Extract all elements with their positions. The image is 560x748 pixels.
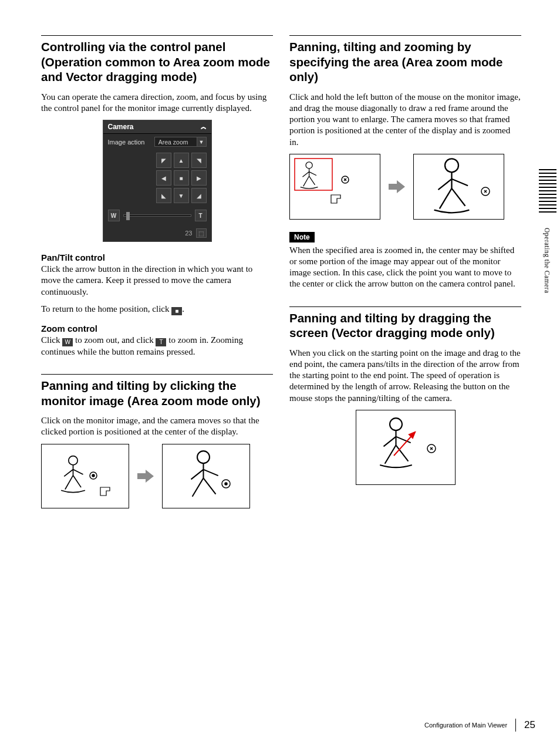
player-after-icon bbox=[163, 444, 249, 508]
sub-pan-tilt: Pan/Tilt control bbox=[41, 252, 273, 262]
diagram-click-to-center bbox=[41, 444, 273, 508]
right-column: Panning, tilting and zooming by specifyi… bbox=[289, 35, 521, 520]
zoom-slider[interactable] bbox=[123, 214, 191, 217]
arrow-right-icon bbox=[137, 470, 154, 483]
dpad-right[interactable]: ▶ bbox=[191, 170, 207, 186]
player-select-icon bbox=[290, 154, 380, 220]
svg-point-0 bbox=[69, 456, 77, 464]
zoom-in-button[interactable]: T bbox=[195, 210, 207, 221]
status-value: 23 bbox=[185, 230, 192, 237]
left-column: Controlling via the control panel (Opera… bbox=[41, 35, 273, 520]
dpad-up-left[interactable]: ◤ bbox=[156, 153, 171, 168]
svg-point-3 bbox=[197, 451, 210, 463]
svg-rect-6 bbox=[295, 159, 332, 190]
diagram-area-zoom bbox=[289, 154, 521, 220]
dropdown-arrow-icon[interactable]: ▼ bbox=[197, 137, 206, 146]
zoom-out-button[interactable]: W bbox=[108, 210, 120, 221]
para-home-position: To return to the home position, click ■. bbox=[41, 304, 273, 315]
dpad-home[interactable]: ■ bbox=[174, 170, 189, 186]
dpad-up-right[interactable]: ◥ bbox=[191, 153, 207, 168]
svg-point-11 bbox=[390, 418, 402, 430]
player-before-icon bbox=[42, 444, 129, 508]
para-click-monitor: Click on the monitor image, and the came… bbox=[41, 415, 273, 437]
dpad-up[interactable]: ▲ bbox=[174, 153, 189, 168]
diagram-vector-drag bbox=[356, 410, 456, 485]
page-footer: Configuration of Main Viewer 25 bbox=[424, 719, 535, 732]
heading-vector-drag: Panning and tilting by dragging the scre… bbox=[289, 311, 521, 341]
note-label: Note bbox=[289, 232, 315, 242]
dpad-down[interactable]: ▼ bbox=[174, 188, 189, 203]
footer-text: Configuration of Main Viewer bbox=[424, 722, 507, 729]
home-icon: ■ bbox=[171, 307, 182, 315]
heading-area-zoom: Panning, tilting and zooming by specifyi… bbox=[289, 39, 521, 85]
t-icon: T bbox=[156, 338, 166, 346]
mode-value: Area zoom bbox=[155, 139, 197, 146]
collapse-icon[interactable]: ︽ bbox=[201, 123, 207, 131]
para-control-panel: You can operate the camera direction, zo… bbox=[41, 92, 273, 114]
para-vector-drag: When you click on the starting point on … bbox=[289, 348, 521, 404]
arrow-right-icon bbox=[389, 180, 405, 193]
status-icon[interactable]: ⬚ bbox=[196, 228, 207, 238]
para-note: When the specified area is zoomed in, th… bbox=[289, 245, 521, 290]
side-tab-label: Operating the Camera bbox=[544, 228, 551, 294]
player-drag-icon bbox=[356, 410, 455, 485]
svg-point-7 bbox=[306, 162, 312, 169]
para-zoom-control: Click W to zoom out, and click T to zoom… bbox=[41, 335, 273, 358]
w-icon: W bbox=[62, 338, 73, 346]
side-index-bars bbox=[539, 169, 556, 215]
camera-control-panel: Camera ︽ Image action Area zoom ▼ ◤ ▲ ◥ bbox=[103, 120, 212, 242]
image-action-label: Image action bbox=[108, 139, 145, 146]
svg-point-5 bbox=[225, 483, 227, 485]
page-number: 25 bbox=[524, 719, 535, 731]
svg-point-2 bbox=[92, 474, 95, 477]
sub-zoom-control: Zoom control bbox=[41, 324, 273, 333]
para-pan-tilt: Click the arrow button in the direction … bbox=[41, 264, 273, 298]
dpad-down-right[interactable]: ◢ bbox=[191, 188, 207, 203]
dpad-left[interactable]: ◀ bbox=[156, 170, 171, 186]
para-area-zoom: Click and hold the left button of the mo… bbox=[289, 92, 521, 148]
svg-point-9 bbox=[445, 159, 458, 172]
player-zoomed-icon bbox=[414, 154, 504, 220]
heading-control-panel: Controlling via the control panel (Opera… bbox=[41, 39, 273, 85]
mode-dropdown[interactable]: Area zoom ▼ bbox=[154, 137, 207, 147]
pan-tilt-dpad: ◤ ▲ ◥ ◀ ■ ▶ ◣ ▼ ◢ bbox=[156, 153, 207, 203]
camera-panel-title: Camera bbox=[108, 123, 134, 131]
heading-click-monitor: Panning and tilting by clicking the moni… bbox=[41, 378, 273, 408]
dpad-down-left[interactable]: ◣ bbox=[156, 188, 171, 203]
